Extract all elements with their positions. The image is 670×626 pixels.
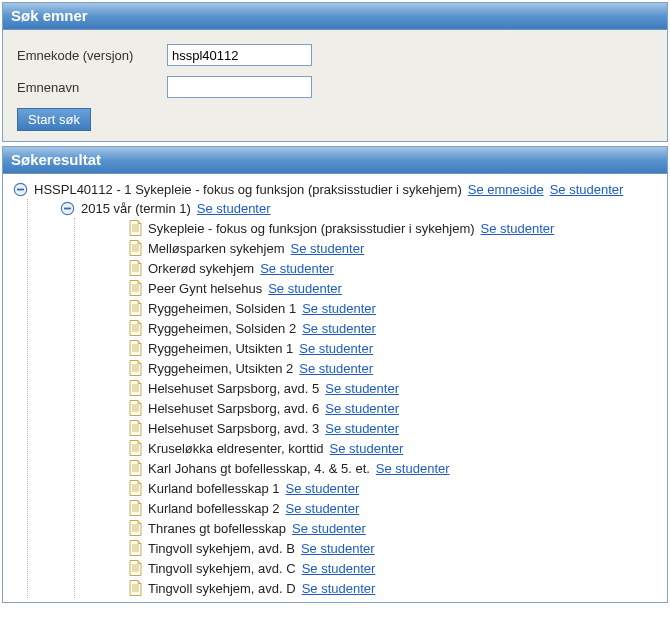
link-students[interactable]: Se studenter [302, 581, 376, 596]
document-icon [128, 400, 142, 416]
leaf-label: Karl Johans gt bofellesskap, 4. & 5. et. [148, 461, 370, 476]
leaf-label: Sykepleie - fokus og funksjon (praksisst… [148, 221, 475, 236]
tree-root: HSSPL40112 - 1 Sykepleie - fokus og funk… [9, 180, 661, 598]
link-students[interactable]: Se studenter [302, 321, 376, 336]
link-subjectpage[interactable]: Se emneside [468, 182, 544, 197]
tree-leaf: Helsehuset Sarpsborg, avd. 3 Se studente… [85, 418, 661, 438]
leaf-label: Helsehuset Sarpsborg, avd. 3 [148, 421, 319, 436]
leaf-label: Helsehuset Sarpsborg, avd. 5 [148, 381, 319, 396]
leaf-label: Melløsparken sykehjem [148, 241, 285, 256]
tree-spacer [107, 421, 122, 436]
link-students[interactable]: Se studenter [302, 561, 376, 576]
leaf-label: Tingvoll sykehjem, avd. B [148, 541, 295, 556]
svg-rect-1 [17, 189, 24, 191]
tree-leaf: Kurland bofellesskap 2 Se studenter [85, 498, 661, 518]
tree-leaf: Helsehuset Sarpsborg, avd. 5 Se studente… [85, 378, 661, 398]
link-students[interactable]: Se studenter [268, 281, 342, 296]
tree-spacer [107, 481, 122, 496]
tree-leaf: Ryggeheimen, Utsikten 1 Se studenter [85, 338, 661, 358]
tree-leaf: Tingvoll sykehjem, avd. D Se studenter [85, 578, 661, 598]
leaf-label: Thranes gt bofellesskap [148, 521, 286, 536]
tree-leaf: Orkerød sykehjem Se studenter [85, 258, 661, 278]
link-students[interactable]: Se studenter [550, 182, 624, 197]
search-panel-title: Søk emner [3, 3, 667, 30]
tree-leaf: Tingvoll sykehjem, avd. B Se studenter [85, 538, 661, 558]
link-students[interactable]: Se studenter [291, 241, 365, 256]
document-icon [128, 340, 142, 356]
link-students[interactable]: Se studenter [302, 301, 376, 316]
document-icon [128, 240, 142, 256]
link-students[interactable]: Se studenter [299, 361, 373, 376]
leaf-label: Ryggeheimen, Solsiden 2 [148, 321, 296, 336]
document-icon [128, 380, 142, 396]
leaf-label: Ryggeheimen, Solsiden 1 [148, 301, 296, 316]
tree-spacer [107, 561, 122, 576]
form-row-name: Emnenavn [17, 76, 653, 98]
document-icon [128, 540, 142, 556]
document-icon [128, 280, 142, 296]
results-panel-title: Søkeresultat [3, 147, 667, 174]
start-search-button[interactable]: Start søk [17, 108, 91, 131]
link-students[interactable]: Se studenter [325, 381, 399, 396]
link-students[interactable]: Se studenter [325, 401, 399, 416]
tree-leaf: Helsehuset Sarpsborg, avd. 6 Se studente… [85, 398, 661, 418]
document-icon [128, 520, 142, 536]
document-icon [128, 560, 142, 576]
search-form: Emnekode (versjon) Emnenavn Start søk [3, 30, 667, 141]
document-icon [128, 480, 142, 496]
leaf-label: Tingvoll sykehjem, avd. C [148, 561, 296, 576]
tree-leaf: Ryggeheimen, Solsiden 1 Se studenter [85, 298, 661, 318]
link-students[interactable]: Se studenter [299, 341, 373, 356]
tree-leaf: Kruseløkka eldresenter, korttid Se stude… [85, 438, 661, 458]
emnekode-input[interactable] [167, 44, 312, 66]
tree-spacer [107, 281, 122, 296]
tree-spacer [107, 301, 122, 316]
tree-spacer [107, 381, 122, 396]
leaf-label: Peer Gynt helsehus [148, 281, 262, 296]
results-tree: HSSPL40112 - 1 Sykepleie - fokus og funk… [9, 180, 661, 598]
tree-spacer [107, 501, 122, 516]
link-students[interactable]: Se studenter [376, 461, 450, 476]
link-students[interactable]: Se studenter [286, 481, 360, 496]
link-students[interactable]: Se studenter [260, 261, 334, 276]
link-students[interactable]: Se studenter [330, 441, 404, 456]
tree-leaf: Melløsparken sykehjem Se studenter [85, 238, 661, 258]
leaf-label: Kurland bofellesskap 1 [148, 481, 280, 496]
label-emnenavn: Emnenavn [17, 80, 167, 95]
leaf-label: Helsehuset Sarpsborg, avd. 6 [148, 401, 319, 416]
tree-spacer [107, 441, 122, 456]
tree-leaf: Thranes gt bofellesskap Se studenter [85, 518, 661, 538]
label-emnekode: Emnekode (versjon) [17, 48, 167, 63]
document-icon [128, 460, 142, 476]
svg-rect-3 [64, 208, 71, 210]
link-students[interactable]: Se studenter [481, 221, 555, 236]
leaf-label: Tingvoll sykehjem, avd. D [148, 581, 296, 596]
link-students[interactable]: Se studenter [325, 421, 399, 436]
tree-spacer [107, 581, 122, 596]
collapse-icon[interactable] [60, 201, 75, 216]
tree-spacer [107, 321, 122, 336]
tree-leaf: Tingvoll sykehjem, avd. C Se studenter [85, 558, 661, 578]
emnenavn-input[interactable] [167, 76, 312, 98]
results-panel: Søkeresultat HSSPL40112 - 1 Sykepleie - … [2, 146, 668, 603]
link-students[interactable]: Se studenter [292, 521, 366, 536]
link-students[interactable]: Se studenter [197, 201, 271, 216]
tree-spacer [107, 401, 122, 416]
results-body: HSSPL40112 - 1 Sykepleie - fokus og funk… [3, 174, 667, 602]
root-label: HSSPL40112 - 1 Sykepleie - fokus og funk… [34, 182, 462, 197]
tree-spacer [107, 241, 122, 256]
tree-spacer [107, 261, 122, 276]
document-icon [128, 440, 142, 456]
document-icon [128, 220, 142, 236]
tree-leaf: Sykepleie - fokus og funksjon (praksisst… [85, 218, 661, 238]
tree-leaf: Ryggeheimen, Solsiden 2 Se studenter [85, 318, 661, 338]
leaf-label: Kurland bofellesskap 2 [148, 501, 280, 516]
link-students[interactable]: Se studenter [286, 501, 360, 516]
leaf-label: Ryggeheimen, Utsikten 2 [148, 361, 293, 376]
collapse-icon[interactable] [13, 182, 28, 197]
leaf-label: Ryggeheimen, Utsikten 1 [148, 341, 293, 356]
tree-leaf: Ryggeheimen, Utsikten 2 Se studenter [85, 358, 661, 378]
link-students[interactable]: Se studenter [301, 541, 375, 556]
tree-leaf: Peer Gynt helsehus Se studenter [85, 278, 661, 298]
document-icon [128, 260, 142, 276]
